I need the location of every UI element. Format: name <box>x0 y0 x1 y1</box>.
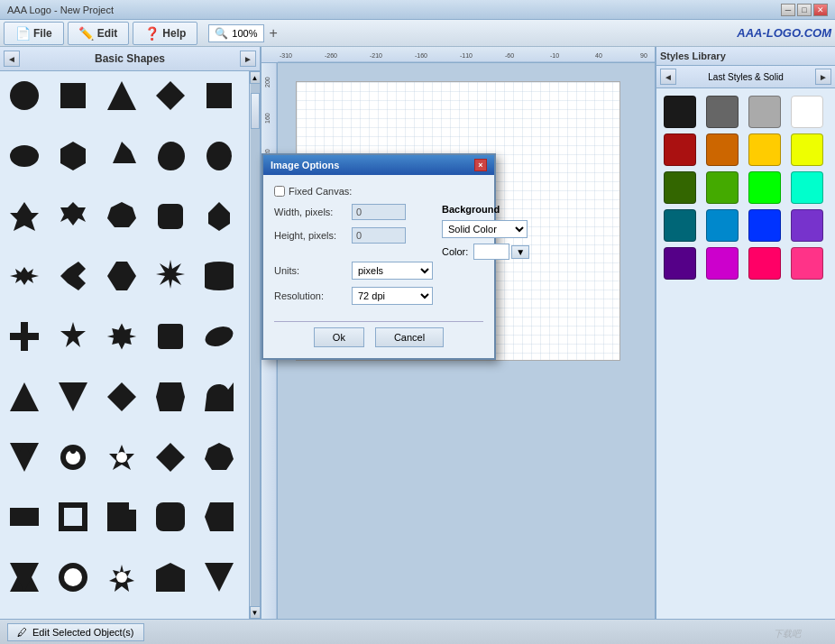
list-item[interactable] <box>150 496 191 538</box>
list-item[interactable] <box>52 196 94 237</box>
resolution-select[interactable]: 72 dpi 96 dpi 150 dpi 300 dpi <box>352 287 433 305</box>
list-item[interactable] <box>4 75 45 116</box>
file-menu[interactable]: 📄 File <box>4 22 64 45</box>
list-item[interactable] <box>101 255 142 297</box>
list-item[interactable] <box>150 376 191 418</box>
list-item[interactable] <box>4 316 45 357</box>
bg-type-select[interactable]: Solid Color Transparent Gradient <box>442 220 528 238</box>
color-preview[interactable] <box>473 244 509 260</box>
list-item[interactable] <box>101 196 142 237</box>
lib-next-button[interactable]: ► <box>240 51 256 67</box>
height-row: Height, pixels: <box>274 227 433 244</box>
scroll-down-arrow[interactable]: ▼ <box>250 606 261 619</box>
list-item[interactable] <box>101 437 142 478</box>
svg-point-20 <box>203 323 235 350</box>
image-options-dialog[interactable]: Image Options × Fixed Canvas: Width, pix… <box>262 153 496 360</box>
list-item[interactable] <box>4 135 45 177</box>
list-item[interactable] <box>198 557 240 598</box>
color-swatch[interactable] <box>706 247 739 280</box>
list-item[interactable] <box>101 557 142 598</box>
list-item[interactable] <box>4 437 45 478</box>
zoom-plus-button[interactable]: + <box>270 25 278 41</box>
scroll-bar[interactable]: ▲ ▼ <box>249 71 260 619</box>
list-item[interactable] <box>101 135 142 177</box>
list-item[interactable] <box>52 255 94 297</box>
list-item[interactable] <box>198 75 240 116</box>
list-item[interactable] <box>150 255 191 297</box>
list-item[interactable] <box>150 557 191 598</box>
list-item[interactable] <box>4 255 45 297</box>
fixed-canvas-checkbox[interactable] <box>274 186 285 197</box>
close-button[interactable]: ✕ <box>813 4 828 16</box>
ok-button[interactable]: Ok <box>314 327 364 347</box>
color-swatch[interactable] <box>664 247 696 280</box>
list-item[interactable] <box>52 316 94 357</box>
svg-marker-24 <box>156 382 185 411</box>
lib-prev-button[interactable]: ◄ <box>4 51 20 67</box>
list-item[interactable] <box>198 437 240 478</box>
color-swatch[interactable] <box>706 133 739 166</box>
color-swatch[interactable] <box>748 133 781 166</box>
list-item[interactable] <box>198 376 240 418</box>
color-swatch[interactable] <box>664 209 696 242</box>
list-item[interactable] <box>52 75 94 116</box>
list-item[interactable] <box>52 437 94 478</box>
color-swatch[interactable] <box>664 171 696 204</box>
color-swatch[interactable] <box>791 247 823 280</box>
color-swatch[interactable] <box>664 96 696 128</box>
help-label: Help <box>162 27 186 40</box>
list-item[interactable] <box>4 196 45 237</box>
list-item[interactable] <box>52 376 94 418</box>
edit-menu[interactable]: ✏️ Edit <box>68 22 130 45</box>
list-item[interactable] <box>52 557 94 598</box>
scroll-track[interactable] <box>251 84 260 606</box>
list-item[interactable] <box>4 557 45 598</box>
styles-next-button[interactable]: ► <box>815 69 831 85</box>
list-item[interactable] <box>52 135 94 177</box>
color-swatch[interactable] <box>748 247 781 280</box>
list-item[interactable] <box>4 376 45 418</box>
color-swatch[interactable] <box>791 171 823 204</box>
list-item[interactable] <box>150 135 191 177</box>
units-select[interactable]: pixels cm inches <box>352 262 433 280</box>
list-item[interactable] <box>4 496 45 538</box>
zoom-control[interactable]: 🔍 100% <box>208 24 263 42</box>
list-item[interactable] <box>101 75 142 116</box>
height-input[interactable] <box>352 227 406 244</box>
color-swatch[interactable] <box>748 171 781 204</box>
list-item[interactable] <box>101 376 142 418</box>
list-item[interactable] <box>198 196 240 237</box>
color-swatch[interactable] <box>664 133 696 166</box>
scroll-thumb[interactable] <box>251 93 260 129</box>
minimize-button[interactable]: ─ <box>781 4 795 16</box>
styles-prev-button[interactable]: ◄ <box>660 69 676 85</box>
list-item[interactable] <box>150 196 191 237</box>
color-swatch[interactable] <box>706 209 739 242</box>
color-dropdown-button[interactable]: ▼ <box>511 245 529 259</box>
color-swatch[interactable] <box>706 96 739 128</box>
dialog-close-button[interactable]: × <box>474 159 487 171</box>
width-input[interactable] <box>352 204 406 220</box>
maximize-button[interactable]: □ <box>797 4 812 16</box>
scroll-up-arrow[interactable]: ▲ <box>250 71 261 84</box>
color-swatch[interactable] <box>791 96 823 128</box>
list-item[interactable] <box>150 316 191 357</box>
color-swatch[interactable] <box>791 133 823 166</box>
list-item[interactable] <box>150 75 191 116</box>
list-item[interactable] <box>101 496 142 538</box>
list-item[interactable] <box>101 316 142 357</box>
color-swatch[interactable] <box>748 96 781 128</box>
list-item[interactable] <box>198 135 240 177</box>
color-swatch[interactable] <box>791 209 823 242</box>
list-item[interactable] <box>150 437 191 478</box>
list-item[interactable] <box>198 316 240 357</box>
color-swatch[interactable] <box>748 209 781 242</box>
list-item[interactable] <box>198 496 240 538</box>
color-swatch[interactable] <box>706 171 739 204</box>
list-item[interactable] <box>198 255 240 297</box>
help-menu[interactable]: ❓ Help <box>133 22 197 45</box>
list-item[interactable] <box>52 496 94 538</box>
edit-selected-button[interactable]: 🖊 Edit Selected Object(s) <box>7 623 144 641</box>
resolution-row: Resolution: 72 dpi 96 dpi 150 dpi 300 dp… <box>274 287 433 305</box>
cancel-button[interactable]: Cancel <box>375 327 444 347</box>
